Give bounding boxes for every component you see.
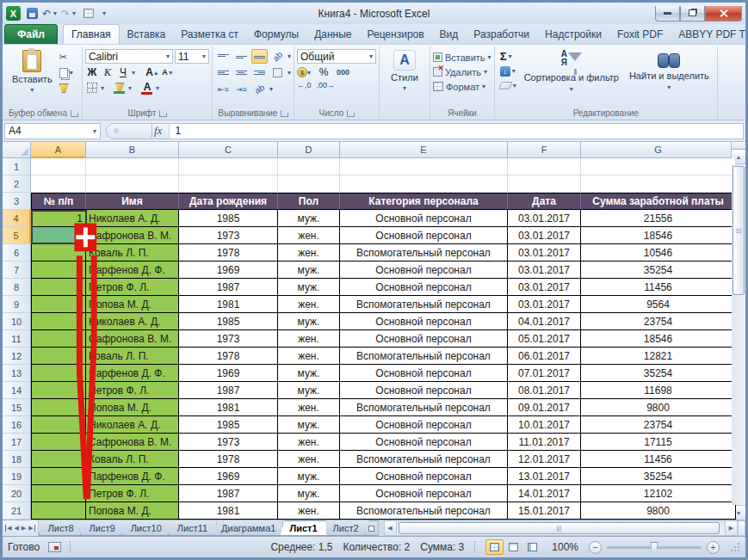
row-header-20[interactable]: 20 bbox=[3, 485, 31, 502]
name-box[interactable]: A4▾ bbox=[4, 123, 101, 139]
find-select-button[interactable]: Найти и выделить ▾ bbox=[624, 48, 714, 93]
column-header-A[interactable]: A bbox=[31, 142, 86, 158]
resize-grip[interactable] bbox=[730, 542, 740, 552]
cell-F20[interactable]: 14.01.2017 bbox=[508, 485, 581, 502]
cell-G15[interactable]: 9800 bbox=[581, 399, 736, 416]
cell-B4[interactable]: Николаев А. Д. bbox=[86, 210, 179, 227]
scroll-left-button[interactable]: ◀ bbox=[384, 520, 397, 536]
table-header-F3[interactable]: Дата bbox=[508, 193, 581, 210]
cell-D2[interactable] bbox=[278, 175, 340, 193]
cell-B9[interactable]: Попова М. Д. bbox=[86, 296, 179, 313]
percent-style-button[interactable]: % bbox=[317, 65, 331, 79]
cell-F8[interactable]: 03.01.2017 bbox=[508, 279, 581, 296]
column-header-C[interactable]: C bbox=[179, 142, 278, 158]
cell-G14[interactable]: 11698 bbox=[581, 382, 736, 399]
cell-G19[interactable]: 35254 bbox=[581, 468, 736, 485]
table-header-E3[interactable]: Категория персонала bbox=[340, 193, 508, 210]
align-right-button[interactable] bbox=[251, 65, 268, 80]
cell-C19[interactable]: 1969 bbox=[179, 468, 278, 485]
redo-dropdown-icon[interactable]: ▾ bbox=[70, 9, 78, 17]
align-center-button[interactable] bbox=[233, 65, 250, 80]
horizontal-scroll-thumb[interactable] bbox=[399, 522, 720, 534]
cell-C6[interactable]: 1978 bbox=[179, 244, 278, 262]
last-sheet-button[interactable]: ▶ bbox=[28, 525, 34, 532]
cell-F7[interactable]: 03.01.2017 bbox=[508, 262, 581, 279]
bold-button[interactable]: Ж bbox=[85, 65, 99, 79]
cell-D5[interactable]: жен. bbox=[278, 227, 340, 244]
cell-B19[interactable]: Парфенов Д. Ф. bbox=[86, 468, 179, 485]
cell-A8[interactable] bbox=[31, 279, 86, 296]
first-sheet-button[interactable]: ◀ bbox=[5, 525, 11, 532]
sheet-tab-Лист8[interactable]: Лист8 bbox=[39, 520, 83, 536]
formula-bar-collapse[interactable] bbox=[106, 123, 152, 139]
restore-button[interactable] bbox=[680, 6, 705, 22]
file-tab[interactable]: Файл bbox=[4, 24, 58, 44]
cell-C14[interactable]: 1987 bbox=[179, 382, 278, 399]
cell-D19[interactable]: муж. bbox=[278, 468, 340, 485]
styles-dropdown-icon[interactable]: ▾ bbox=[403, 84, 406, 92]
cell-E15[interactable]: Вспомогательный персонал bbox=[340, 399, 508, 416]
cell-B12[interactable]: Коваль Л. П. bbox=[86, 348, 179, 365]
ribbon-tab-Foxit PDF[interactable]: Foxit PDF bbox=[609, 25, 671, 44]
cell-G7[interactable]: 35254 bbox=[581, 262, 736, 279]
merge-center-button[interactable] bbox=[269, 65, 286, 80]
cell-C7[interactable]: 1969 bbox=[179, 262, 278, 279]
cell-A12[interactable] bbox=[31, 348, 86, 365]
cell-C12[interactable]: 1978 bbox=[179, 348, 278, 365]
name-box-dropdown-icon[interactable]: ▾ bbox=[93, 127, 96, 135]
minimize-button[interactable] bbox=[655, 6, 680, 22]
save-button[interactable] bbox=[24, 6, 40, 21]
row-header-9[interactable]: 9 bbox=[3, 296, 31, 313]
prev-sheet-button[interactable]: ◀ bbox=[14, 525, 18, 532]
row-header-13[interactable]: 13 bbox=[3, 365, 31, 382]
cell-E12[interactable]: Вспомогательный персонал bbox=[340, 348, 508, 365]
zoom-track[interactable] bbox=[607, 546, 702, 549]
format-cells-button[interactable]: Формат▾ bbox=[433, 79, 485, 94]
cell-D17[interactable]: жен. bbox=[278, 434, 340, 451]
cell-E2[interactable] bbox=[340, 175, 508, 193]
cell-F14[interactable]: 08.01.2017 bbox=[508, 382, 581, 399]
font-name-combo[interactable]: Calibri▾ bbox=[85, 49, 173, 64]
cell-A21[interactable] bbox=[31, 502, 86, 520]
row-header-5[interactable]: 5 bbox=[3, 227, 31, 244]
cell-F15[interactable]: 09.01.2017 bbox=[508, 399, 581, 416]
ribbon-tab-Разметка ст[interactable]: Разметка ст bbox=[173, 25, 246, 44]
cell-D21[interactable]: жен. bbox=[278, 502, 340, 520]
column-header-B[interactable]: B bbox=[86, 142, 179, 158]
cell-G4[interactable]: 21556 bbox=[581, 210, 736, 227]
cell-B10[interactable]: Николаев А. Д. bbox=[86, 313, 179, 330]
ribbon-tab-Вставка[interactable]: Вставка bbox=[120, 25, 174, 44]
ribbon-tab-Главная[interactable]: Главная bbox=[63, 24, 120, 44]
row-header-6[interactable]: 6 bbox=[3, 244, 31, 262]
sheet-tab-Лист9[interactable]: Лист9 bbox=[80, 520, 125, 536]
comma-style-button[interactable]: 000 bbox=[337, 68, 349, 77]
macro-record-button[interactable] bbox=[48, 542, 61, 552]
align-left-button[interactable] bbox=[215, 65, 232, 80]
table-header-D3[interactable]: Пол bbox=[278, 193, 340, 210]
table-header-B3[interactable]: Имя bbox=[86, 193, 179, 210]
cell-E6[interactable]: Вспомогательный персонал bbox=[340, 244, 508, 262]
row-header-21[interactable]: 21 bbox=[3, 502, 31, 520]
cell-F5[interactable]: 03.01.2017 bbox=[508, 227, 581, 244]
cell-A18[interactable] bbox=[31, 451, 86, 468]
cell-A14[interactable] bbox=[31, 382, 86, 399]
horizontal-split-box[interactable] bbox=[738, 520, 745, 536]
cell-A4[interactable]: 1 bbox=[31, 210, 86, 227]
ribbon-tab-Вид[interactable]: Вид bbox=[432, 25, 467, 44]
format-painter-button[interactable] bbox=[59, 82, 73, 95]
zoom-out-button[interactable]: − bbox=[589, 541, 602, 554]
cell-G5[interactable]: 18546 bbox=[581, 227, 736, 244]
autosum-button[interactable]: Σ▾ bbox=[500, 50, 516, 63]
vertical-scroll-thumb[interactable] bbox=[733, 166, 745, 295]
formula-input[interactable]: 1 bbox=[170, 123, 744, 139]
dialog-launcher-icon[interactable] bbox=[281, 110, 287, 117]
cell-D1[interactable] bbox=[278, 158, 340, 175]
zoom-in-button[interactable]: + bbox=[707, 541, 720, 554]
row-header-12[interactable]: 12 bbox=[3, 348, 31, 365]
row-header-11[interactable]: 11 bbox=[3, 330, 31, 348]
cell-F2[interactable] bbox=[508, 175, 581, 193]
cell-E13[interactable]: Основной персонал bbox=[340, 365, 508, 382]
cell-A1[interactable] bbox=[31, 158, 86, 175]
dialog-launcher-icon[interactable] bbox=[159, 110, 166, 117]
cell-A11[interactable] bbox=[31, 330, 86, 348]
